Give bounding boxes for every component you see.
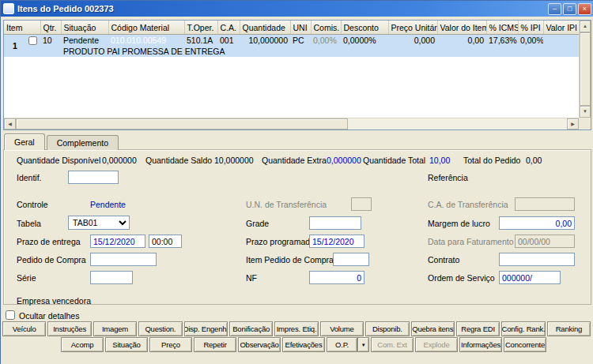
vertical-scrollbar[interactable]: ▲ ▼ — [579, 21, 591, 118]
tab-complemento[interactable]: Complemento — [47, 135, 119, 150]
label-quantidade-saldo: Quantidade Saldo — [145, 156, 212, 165]
prazo-entrega-field[interactable] — [90, 235, 145, 248]
scroll-down-icon[interactable]: ▼ — [580, 106, 591, 118]
scroll-up-icon[interactable]: ▲ — [580, 21, 591, 32]
disponib-button[interactable]: Disponib. — [365, 321, 409, 336]
label-pedido-compra: Pedido de Compra — [17, 255, 86, 265]
horizontal-scroll-thumb[interactable] — [16, 118, 348, 129]
label-controle: Controle — [17, 200, 48, 209]
tabela-select[interactable]: TAB01 — [68, 216, 130, 230]
imagem-button[interactable]: Imagem — [93, 321, 137, 336]
col-ca[interactable]: C.A. — [217, 21, 240, 35]
maximize-icon[interactable]: □ — [563, 3, 576, 15]
config-rank-button[interactable]: Config. Rank. — [501, 321, 545, 336]
prazo-programado-field[interactable] — [309, 235, 364, 248]
label-identif: Identif. — [17, 173, 42, 182]
label-tabela: Tabela — [17, 219, 41, 228]
cell-codigo-material[interactable]: 010.010.00549 — [108, 35, 184, 47]
cell-situacao: Pendente — [61, 35, 108, 47]
col-valor-item[interactable]: Valor do Item — [437, 21, 486, 35]
label-ca-transferencia: C.A. de Transferência — [428, 200, 508, 209]
minimize-icon[interactable]: – — [548, 3, 561, 15]
concorrente-button[interactable]: Concorrente — [504, 337, 546, 352]
col-codigo-material[interactable]: Código Material — [108, 21, 184, 35]
value-quantidade-disponivel: 0,000000 — [102, 156, 137, 165]
label-data-faturamento: Data para Faturamento — [428, 237, 514, 246]
informacoes-button[interactable]: Informações — [459, 337, 502, 352]
col-situacao[interactable]: Situação — [61, 21, 108, 35]
col-ipi[interactable]: % IPI — [518, 21, 543, 35]
question-button[interactable]: Question. — [138, 321, 182, 336]
value-quantidade-extra: 0,000000 — [327, 156, 361, 165]
grade-field[interactable] — [309, 216, 361, 230]
grid-row[interactable]: 1 10 Pendente 010.010.00549 510.1A 001 1… — [4, 35, 579, 47]
ocultar-detalhes-checkbox[interactable] — [6, 310, 15, 320]
observacao-button[interactable]: Observação — [238, 337, 281, 352]
col-comis[interactable]: Comis. — [311, 21, 341, 35]
veiculo-button[interactable]: Veículo — [2, 321, 46, 336]
col-quantidade[interactable]: Quantidade — [240, 21, 290, 35]
preco-button[interactable]: Preço — [149, 337, 192, 352]
col-desconto[interactable]: Desconto — [341, 21, 388, 35]
ranking-button[interactable]: Ranking — [547, 321, 591, 336]
col-icms[interactable]: % ICMS — [486, 21, 518, 35]
scroll-right-icon[interactable]: ▶ — [567, 118, 579, 129]
margem-lucro-field[interactable] — [499, 216, 575, 230]
pedido-compra-field[interactable] — [90, 253, 157, 266]
prazo-entrega-hora-field[interactable] — [149, 235, 182, 248]
grid-row-description[interactable]: PRODUTO PAI PROMESSA DE ENTREGA — [4, 46, 579, 57]
tab-geral[interactable]: Geral — [4, 133, 45, 150]
value-controle: Pendente — [90, 200, 126, 209]
repetir-button[interactable]: Repetir — [194, 337, 236, 352]
label-margem-lucro: Margem de lucro — [428, 219, 490, 228]
value-total-pedido: 0,00 — [526, 156, 542, 165]
efetivacoes-button[interactable]: Efetivações — [282, 337, 325, 352]
label-prazo-entrega: Prazo de entrega — [17, 237, 81, 246]
label-quantidade-extra: Quantidade Extra — [262, 156, 327, 165]
scroll-left-icon[interactable]: ◀ — [4, 118, 16, 129]
instrucoes-button[interactable]: Instruções — [47, 321, 91, 336]
regra-edi-button[interactable]: Regra EDI — [456, 321, 500, 336]
horizontal-scrollbar[interactable]: ◀ ▶ — [4, 118, 579, 129]
vertical-scroll-thumb[interactable] — [580, 32, 591, 106]
label-contrato: Contrato — [428, 255, 459, 265]
scrollbar-corner — [579, 118, 591, 129]
col-uni[interactable]: UNI — [290, 21, 311, 35]
cell-uni: PC — [290, 35, 311, 47]
col-item[interactable]: Item — [4, 21, 40, 35]
bonificacao-button[interactable]: Bonificação — [229, 321, 273, 336]
value-quantidade-total: 10,00 — [429, 156, 450, 165]
quebra-itens-button[interactable]: Quebra itens — [411, 321, 455, 336]
explode-button: Explode — [415, 337, 458, 352]
detail-tabs: Geral Complemento — [4, 133, 120, 150]
op-button[interactable]: O.P. — [327, 337, 357, 352]
col-t-oper[interactable]: T.Oper. — [184, 21, 217, 35]
label-nf: NF — [246, 273, 257, 283]
nf-field[interactable] — [309, 271, 364, 284]
contrato-field[interactable] — [499, 253, 575, 266]
cell-select — [26, 35, 40, 47]
volume-button[interactable]: Volume — [320, 321, 364, 336]
col-preco-unitario[interactable]: Preço Unitário — [388, 21, 437, 35]
label-quantidade-total: Quantidade Total — [363, 156, 425, 165]
cell-desconto: 0,0000% — [341, 35, 388, 47]
horizontal-scroll-track[interactable] — [348, 118, 567, 129]
item-pedido-compra-field[interactable] — [333, 253, 369, 266]
acomp-button[interactable]: Acomp — [61, 337, 104, 352]
situacao-button[interactable]: Situação — [105, 337, 148, 352]
disp-engenh-button[interactable]: Disp. Engenh. — [184, 321, 228, 336]
label-item-pedido-compra: Item Pedido de Compra — [246, 255, 334, 265]
op-dropdown-icon[interactable]: ▼ — [357, 337, 369, 352]
serie-field[interactable] — [90, 271, 133, 284]
cell-descricao: PRODUTO PAI PROMESSA DE ENTREGA — [26, 46, 579, 57]
close-icon[interactable]: × — [578, 3, 591, 15]
identif-field[interactable] — [68, 171, 119, 184]
impres-etiq-button[interactable]: Impres. Etiq. — [274, 321, 318, 336]
row-checkbox[interactable] — [28, 36, 37, 45]
titlebar[interactable]: Itens do Pedido 002373 – □ × — [1, 1, 593, 17]
col-valor-ipi[interactable]: Valor IPI — [543, 21, 579, 35]
ordem-servico-field[interactable] — [499, 271, 561, 284]
com-ext-button: Com. Ext — [371, 337, 414, 352]
col-qtr[interactable]: Qtr. — [40, 21, 61, 35]
cell-valor-item: 0,00 — [437, 35, 486, 47]
